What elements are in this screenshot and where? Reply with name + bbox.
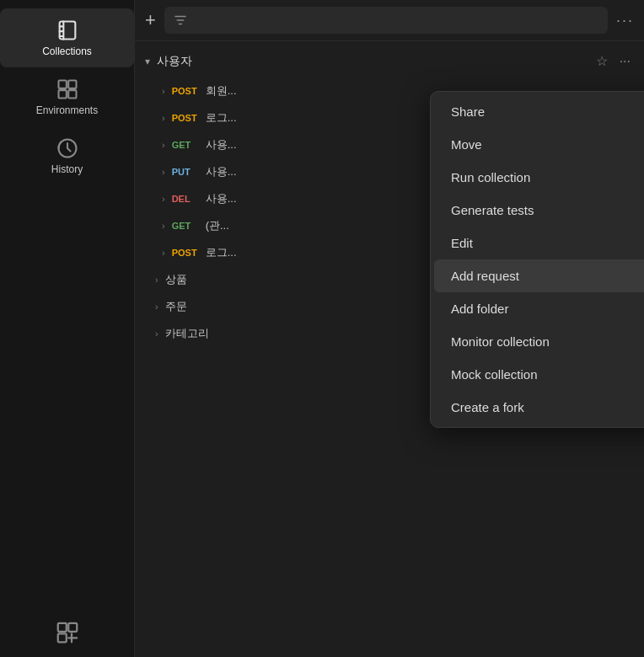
chevron-right-icon: › [162,194,165,204]
menu-item-monitor-collection[interactable]: Monitor collection [434,325,644,358]
svg-rect-4 [68,90,76,98]
chevron-right-icon: › [162,248,165,258]
chevron-right-icon: › [162,167,165,177]
top-bar: + ··· [135,0,644,41]
method-badge: DEL [172,194,199,204]
chevron-right-icon: › [162,140,165,150]
method-badge: POST [172,248,199,258]
menu-item-create-fork-label: Create a fork [451,400,524,414]
method-badge: GET [172,221,199,231]
environments-icon [56,77,79,101]
request-name: 로그... [206,245,237,260]
chevron-down-icon: ▾ [145,56,150,67]
menu-item-mock-collection[interactable]: Mock collection [434,358,644,391]
filter-icon [173,13,188,28]
request-name: 사용... [206,191,237,206]
sidebar: Collections Environments History [0,0,135,657]
chevron-right-icon: › [155,275,158,285]
collection-more-icon[interactable]: ··· [616,52,634,71]
svg-rect-6 [57,623,66,632]
chevron-right-icon: › [155,302,158,312]
menu-item-run-collection[interactable]: Run collection [434,161,644,194]
svg-rect-2 [68,81,76,88]
svg-rect-8 [57,633,66,642]
context-menu: Share Move Run collection Generate tests… [430,91,644,428]
svg-rect-3 [58,90,66,98]
more-options-button[interactable]: ··· [616,12,634,29]
method-badge: POST [172,113,199,123]
menu-item-generate-tests-label: Generate tests [451,203,534,217]
menu-item-move-label: Move [451,137,482,152]
menu-item-edit[interactable]: Edit [434,227,644,259]
star-icon[interactable]: ☆ [593,51,611,71]
menu-item-move[interactable]: Move [434,128,644,161]
menu-item-add-folder[interactable]: Add folder [434,292,644,325]
chevron-right-icon: › [162,86,165,96]
chevron-right-icon: › [162,113,165,123]
menu-item-share-label: Share [451,104,485,119]
svg-rect-1 [58,81,66,88]
sidebar-item-add[interactable] [0,608,134,657]
sidebar-item-collections-label: Collections [42,45,92,57]
main-panel: + ··· ▾ 사용자 ☆ ··· › POST 회원... › [135,0,644,657]
menu-item-monitor-collection-label: Monitor collection [451,334,550,349]
chevron-right-icon: › [162,221,165,231]
menu-item-edit-label: Edit [451,236,473,250]
method-badge: POST [172,86,199,96]
menu-item-add-folder-label: Add folder [451,302,508,316]
menu-item-create-fork[interactable]: Create a fork ⌥⌘F [434,391,644,424]
sidebar-item-collections[interactable]: Collections [0,8,134,67]
sidebar-item-environments[interactable]: Environments [0,67,134,126]
menu-item-generate-tests[interactable]: Generate tests BETA [434,194,644,227]
svg-rect-7 [68,623,77,632]
chevron-right-icon: › [155,328,158,339]
menu-item-share[interactable]: Share [434,95,644,128]
request-name: 로그... [206,110,237,126]
collection-name: 사용자 [157,54,593,69]
request-name: (관... [206,218,229,233]
menu-item-add-request[interactable]: Add request [434,259,644,292]
add-button[interactable]: + [145,11,156,29]
collection-actions: ☆ ··· [593,51,634,71]
filter-bar[interactable] [164,7,608,34]
request-name: 사용... [206,137,237,152]
request-name: 회원... [206,83,237,99]
history-icon [56,136,79,160]
add-new-icon [55,620,80,645]
request-name: 사용... [206,164,237,179]
collections-icon [56,19,79,42]
sub-collection-name: 주문 [165,299,187,314]
sidebar-item-history-label: History [51,163,83,175]
sidebar-item-history[interactable]: History [0,126,134,185]
method-badge: PUT [172,167,199,177]
menu-item-add-request-label: Add request [451,269,519,283]
menu-item-mock-collection-label: Mock collection [451,367,538,382]
sub-collection-name: 카테고리 [165,326,209,341]
collection-header-user[interactable]: ▾ 사용자 ☆ ··· [135,45,644,77]
menu-item-run-collection-label: Run collection [451,170,530,184]
sub-collection-name: 상품 [165,272,187,287]
method-badge: GET [172,140,199,150]
sidebar-item-environments-label: Environments [36,104,98,116]
